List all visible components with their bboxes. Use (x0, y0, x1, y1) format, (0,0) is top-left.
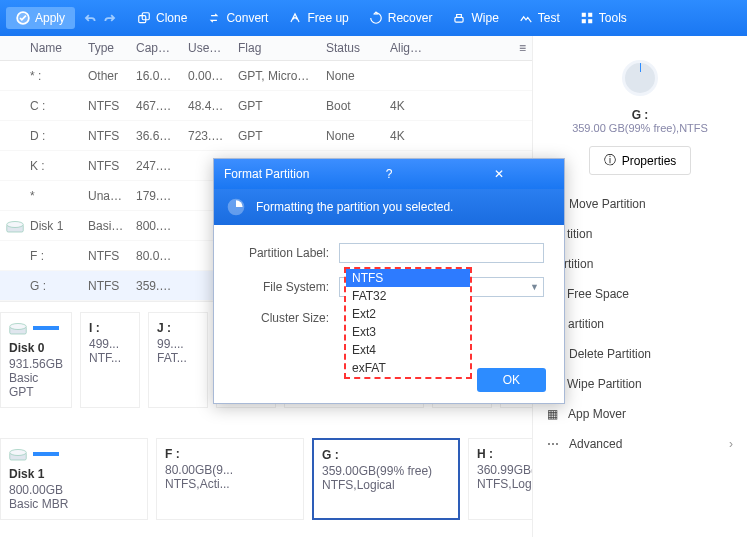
cell-capacity: 359.00... (130, 279, 182, 293)
cell-used: 723.65... (182, 129, 232, 143)
chevron-down-icon: ▼ (530, 282, 539, 292)
col-type[interactable]: Type (82, 36, 130, 60)
part-title: G : (322, 448, 450, 462)
part-fs: NTFS,Acti... (165, 477, 295, 491)
info-icon: ⓘ (604, 152, 616, 169)
cell-used: 0.00KB (182, 69, 232, 83)
tools-button[interactable]: Tools (570, 7, 637, 29)
ctx-app-mover[interactable]: ▦App Mover (543, 399, 737, 429)
partition-card[interactable]: I :499...NTF... (80, 312, 140, 408)
partition-card[interactable]: J :99....FAT... (148, 312, 208, 408)
cell-name: Disk 1 (24, 219, 82, 233)
dropdown-option[interactable]: NTFS (346, 269, 470, 287)
ctx-wipe-partition[interactable]: ✦Wipe Partition (543, 369, 737, 399)
label-cluster-size: Cluster Size: (234, 311, 329, 325)
ctx-advanced[interactable]: ⋯Advanced› (543, 429, 737, 459)
freeup-icon (288, 11, 302, 25)
disk-icon (9, 447, 27, 461)
cell-flag: GPT, Microsoft ... (232, 69, 320, 83)
cell-flag: GPT (232, 129, 320, 143)
undo-icon[interactable] (83, 11, 97, 25)
dropdown-option[interactable]: Ext4 (346, 341, 470, 359)
cell-type: Unallo... (82, 189, 130, 203)
disk-info-card[interactable]: Disk 1800.00GBBasic MBR (0, 438, 148, 520)
dropdown-option[interactable]: FAT32 (346, 287, 470, 305)
table-row[interactable]: * :Other16.00MB0.00KBGPT, Microsoft ...N… (0, 61, 532, 91)
col-capacity[interactable]: Capacity (130, 36, 182, 60)
close-icon[interactable]: ✕ (444, 167, 554, 181)
svg-point-13 (10, 450, 27, 456)
cell-status: None (320, 129, 384, 143)
convert-icon (207, 11, 221, 25)
cell-name: G : (24, 279, 82, 293)
svg-rect-3 (455, 17, 463, 22)
convert-button[interactable]: Convert (197, 7, 278, 29)
col-status[interactable]: Status (320, 36, 384, 60)
ctx-move-partition[interactable]: ↔Move Partition (543, 189, 737, 219)
dropdown-option[interactable]: Ext2 (346, 305, 470, 323)
apply-button[interactable]: Apply (6, 7, 75, 29)
col-name[interactable]: Name (24, 36, 82, 60)
part-size: 359.00GB(99% free) (322, 464, 450, 478)
cell-status: None (320, 69, 384, 83)
cell-capacity: 247.06... (130, 159, 182, 173)
freeup-button[interactable]: Free up (278, 7, 358, 29)
part-title: H : (477, 447, 532, 461)
wipe-button[interactable]: Wipe (442, 7, 508, 29)
main-toolbar: Apply Clone Convert Free up Recover Wipe… (0, 0, 747, 36)
part-size: 80.00GB(9... (165, 463, 295, 477)
wipe-icon (452, 11, 466, 25)
part-size: 360.99GB(99% free) (477, 463, 532, 477)
ctx-delete-partition[interactable]: 🗑Delete Partition (543, 339, 737, 369)
ctx-item-partial-3[interactable]: ▥artition (543, 309, 737, 339)
part-title: J : (157, 321, 199, 335)
col-flag[interactable]: Flag (232, 36, 320, 60)
disk-icon (9, 321, 27, 335)
part-title: I : (89, 321, 131, 335)
part-size: 499... (89, 337, 131, 351)
ok-button[interactable]: OK (477, 368, 546, 392)
partition-label-input[interactable] (339, 243, 544, 263)
cell-type: Other (82, 69, 130, 83)
pie-chart-icon (622, 60, 658, 96)
cell-name: F : (24, 249, 82, 263)
disk-info-card[interactable]: Disk 0931.56GBBasic GPT (0, 312, 72, 408)
table-row[interactable]: C :NTFS467.50...48.48...GPTBoot4K (0, 91, 532, 121)
part-title: F : (165, 447, 295, 461)
columns-menu-icon[interactable]: ≡ (432, 36, 532, 60)
col-used[interactable]: Used S... (182, 36, 232, 60)
apply-label: Apply (35, 11, 65, 25)
table-row[interactable]: D :NTFS36.65GB723.65...GPTNone4K (0, 121, 532, 151)
disk-scheme: Basic GPT (9, 371, 63, 399)
col-align[interactable]: Alignm... (384, 36, 432, 60)
test-button[interactable]: Test (509, 7, 570, 29)
dropdown-option[interactable]: exFAT (346, 359, 470, 377)
cell-capacity: 179.74... (130, 189, 182, 203)
ctx-free-space[interactable]: ➔Free Space (543, 279, 737, 309)
more-icon: ⋯ (547, 437, 559, 451)
dropdown-option[interactable]: Ext3 (346, 323, 470, 341)
cell-name: * : (24, 69, 82, 83)
chevron-right-icon: › (729, 437, 733, 451)
ctx-item-partial-1[interactable]: ⇆tition (543, 219, 737, 249)
svg-rect-6 (582, 19, 586, 23)
ctx-item-partial-2[interactable]: ⎌rtition (543, 249, 737, 279)
selected-part-sub: 359.00 GB(99% free),NTFS (572, 122, 708, 134)
recover-button[interactable]: Recover (359, 7, 443, 29)
properties-button[interactable]: ⓘ Properties (589, 146, 692, 175)
partition-card[interactable]: F :80.00GB(9...NTFS,Acti... (156, 438, 304, 520)
part-fs: NTFS,Logical (477, 477, 532, 491)
svg-rect-7 (588, 19, 592, 23)
help-icon[interactable]: ? (334, 167, 444, 181)
cell-align: 4K (384, 129, 432, 143)
partition-card[interactable]: G :359.00GB(99% free)NTFS,Logical (312, 438, 460, 520)
redo-icon[interactable] (103, 11, 117, 25)
clone-button[interactable]: Clone (127, 7, 197, 29)
disk-scheme: Basic MBR (9, 497, 139, 511)
partition-card[interactable]: H :360.99GB(99% free)NTFS,Logical (468, 438, 532, 520)
part-fs: NTFS,Logical (322, 478, 450, 492)
svg-point-9 (7, 221, 24, 227)
cell-type: NTFS (82, 159, 130, 173)
cell-name: * (24, 189, 82, 203)
cell-used: 48.48... (182, 99, 232, 113)
